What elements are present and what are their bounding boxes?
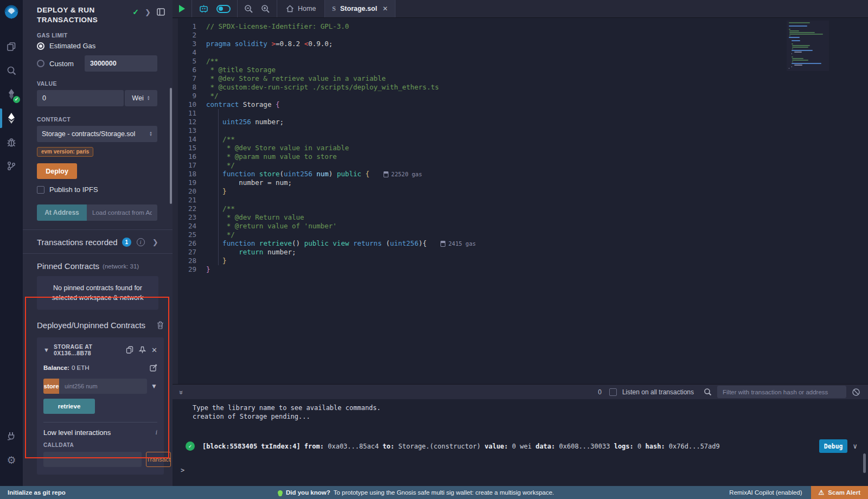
code-line[interactable]: 5/** <box>178 57 868 66</box>
code-line[interactable]: 20 } <box>178 187 868 196</box>
copy-icon[interactable] <box>126 346 133 354</box>
value-unit-select[interactable]: Wei ▲▼ <box>125 90 157 106</box>
gas-estimate-annotation: 2415 gas <box>441 239 476 248</box>
at-address-input[interactable] <box>87 204 157 221</box>
code-line[interactable]: 1// SPDX-License-Identifier: GPL-3.0 <box>178 22 868 31</box>
clear-terminal-icon[interactable] <box>852 388 860 396</box>
code-editor[interactable]: 1// SPDX-License-Identifier: GPL-3.023pr… <box>173 18 868 384</box>
code-line[interactable]: 22 /** <box>178 204 868 213</box>
run-script-icon[interactable] <box>179 5 185 12</box>
transaction-log-row[interactable]: ✓ [block:5583405 txIndex:4] from: 0xa03.… <box>173 436 868 456</box>
code-line[interactable]: 15 * @dev Store value in variable <box>178 144 868 152</box>
balance-value: 0 ETH <box>72 364 90 371</box>
transactions-recorded-row[interactable]: Transactions recorded 1 i ❯ <box>23 230 173 253</box>
tab-home[interactable]: Home <box>277 0 324 17</box>
remix-logo-icon[interactable] <box>3 4 20 21</box>
deploy-button[interactable]: Deploy <box>37 163 77 179</box>
custom-gas-radio[interactable] <box>37 60 44 67</box>
code-line[interactable]: 10contract Storage { <box>178 100 868 109</box>
publish-ipfs-checkbox[interactable] <box>37 186 44 194</box>
code-line[interactable]: 16 * @param num value to store <box>178 152 868 161</box>
code-line[interactable]: 6 * @title Storage <box>178 66 868 74</box>
terminal-search-icon[interactable] <box>704 388 712 396</box>
expand-terminal-icon[interactable]: » <box>177 391 186 393</box>
code-line[interactable]: 14 /** <box>178 135 868 144</box>
code-line[interactable]: 28 } <box>178 257 868 265</box>
chevron-down-icon[interactable]: ▼ <box>43 347 49 353</box>
transaction-filter-input[interactable] <box>717 386 846 398</box>
edit-icon[interactable] <box>150 364 157 372</box>
debugger-icon[interactable] <box>0 130 23 154</box>
expand-tx-icon[interactable]: ∨ <box>853 442 857 450</box>
custom-gas-label: Custom <box>49 60 74 68</box>
file-tab-label: Storage.sol <box>340 5 377 12</box>
code-line[interactable]: 13 <box>178 126 868 135</box>
remix-ide-window: ✓ ⚙ DEPLOY & RUN TRANSACTIONS ✓ ❯ <box>0 0 868 499</box>
code-line[interactable]: 11 <box>178 109 868 118</box>
contract-select[interactable]: Storage - contracts/Storage.sol ▲▼ <box>37 126 157 142</box>
code-line[interactable]: 23 * @dev Return value <box>178 213 868 222</box>
tab-storage-sol[interactable]: S Storage.sol ✕ <box>324 0 395 17</box>
code-line[interactable]: 2 <box>178 31 868 40</box>
terminal[interactable]: Type the library name to see available c… <box>173 399 868 486</box>
code-line[interactable]: 17 */ <box>178 161 868 170</box>
retrieve-function-button[interactable]: retrieve <box>43 399 95 414</box>
calldata-input[interactable] <box>43 452 142 467</box>
terminal-prompt[interactable]: > <box>181 466 184 474</box>
solidity-compiler-icon[interactable]: ✓ <box>0 82 23 106</box>
estimated-gas-radio[interactable] <box>37 42 44 50</box>
store-function-button[interactable]: store <box>43 379 59 394</box>
copilot-toggle[interactable] <box>216 5 231 13</box>
code-line[interactable]: 21 <box>178 196 868 204</box>
chevron-right-icon[interactable]: ❯ <box>152 238 158 246</box>
info-icon[interactable]: i <box>137 238 145 246</box>
deploy-run-icon[interactable] <box>0 106 23 130</box>
pin-panel-icon[interactable] <box>157 8 165 16</box>
debug-button[interactable]: Debug <box>819 439 847 453</box>
search-icon[interactable] <box>0 59 23 82</box>
editor-minimap[interactable] <box>787 21 829 71</box>
lightbulb-icon <box>278 490 283 495</box>
code-line[interactable]: 19 number = num; <box>178 178 868 187</box>
transact-button[interactable]: Transact <box>146 452 171 467</box>
settings-icon[interactable]: ⚙ <box>0 448 23 472</box>
code-line[interactable]: 24 * @return value of 'number' <box>178 222 868 231</box>
file-explorer-icon[interactable] <box>0 35 23 59</box>
at-address-button[interactable]: At Address <box>37 204 87 221</box>
code-line[interactable]: 27 return number; <box>178 248 868 257</box>
code-line[interactable]: 26 function retrieve() public view retur… <box>178 239 868 248</box>
close-instance-icon[interactable]: ✕ <box>151 346 157 354</box>
panel-expand-icon[interactable]: ❯ <box>145 8 151 16</box>
sidepanel-scrollbar[interactable] <box>170 88 172 204</box>
pin-icon[interactable] <box>139 346 146 354</box>
code-line[interactable]: 9 */ <box>178 92 868 100</box>
tip-text: To prototype using the Gnosis safe multi… <box>334 489 554 496</box>
custom-gas-input[interactable] <box>85 55 157 72</box>
scam-alert-button[interactable]: ⚠ Scam Alert <box>811 486 868 499</box>
zoom-in-icon[interactable] <box>261 4 270 14</box>
value-label: VALUE <box>37 80 157 87</box>
plugin-manager-icon[interactable] <box>0 424 23 448</box>
code-line[interactable]: 8 * @custom:dev-run-script ./scripts/dep… <box>178 83 868 92</box>
code-line[interactable]: 7 * @dev Store & retrieve value in a var… <box>178 74 868 83</box>
code-line[interactable]: 12 uint256 number; <box>178 118 868 126</box>
copilot-status[interactable]: RemixAI Copilot (enabled) <box>729 489 802 496</box>
code-line[interactable]: 25 */ <box>178 231 868 239</box>
code-line[interactable]: 29} <box>178 265 868 274</box>
low-level-info-icon[interactable]: i <box>155 428 157 437</box>
store-arg-input[interactable] <box>59 379 147 394</box>
code-line[interactable]: 3pragma solidity >=0.8.2 <0.9.0; <box>178 40 868 48</box>
git-init-status[interactable]: Initialize as git repo <box>0 489 66 496</box>
zoom-out-icon[interactable] <box>244 4 253 14</box>
tab-close-icon[interactable]: ✕ <box>382 5 388 12</box>
value-input[interactable] <box>37 90 124 106</box>
git-icon[interactable] <box>0 154 23 178</box>
no-pinned-message: No pinned contracts found for selected w… <box>37 276 158 310</box>
listen-all-checkbox[interactable] <box>609 388 617 396</box>
terminal-scrollbar[interactable] <box>863 453 866 473</box>
trash-icon[interactable] <box>157 321 164 329</box>
copilot-robot-icon[interactable] <box>199 4 209 14</box>
code-line[interactable]: 18 function store(uint256 num) public {2… <box>178 170 868 178</box>
expand-args-icon[interactable]: ▼ <box>151 382 157 390</box>
code-line[interactable]: 4 <box>178 48 868 57</box>
